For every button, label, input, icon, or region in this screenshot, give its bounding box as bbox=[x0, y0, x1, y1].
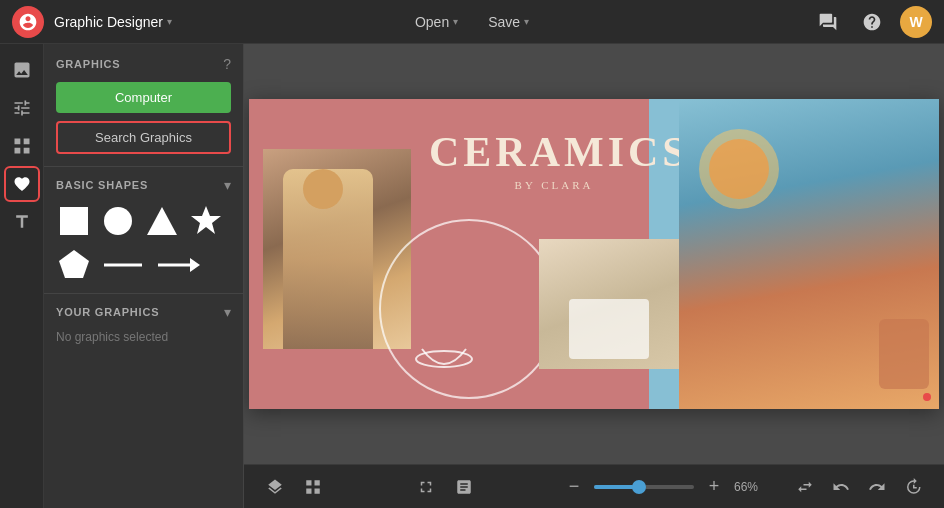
design-canvas[interactable]: CERAMICS BY CLARA bbox=[249, 99, 939, 409]
zoom-out-button[interactable]: − bbox=[562, 475, 586, 499]
undo-button[interactable] bbox=[826, 472, 856, 502]
topbar-right-actions: W bbox=[812, 6, 932, 38]
zoom-slider[interactable] bbox=[594, 485, 694, 489]
zoom-controls: − + 66% bbox=[562, 475, 766, 499]
zoom-in-button[interactable]: + bbox=[702, 475, 726, 499]
shape-star[interactable] bbox=[188, 203, 224, 239]
topbar: Graphic Designer ▾ Open ▾ Save ▾ W bbox=[0, 0, 944, 44]
canvas-circle-decoration bbox=[379, 219, 559, 399]
photo-person-right-bg bbox=[679, 99, 939, 409]
canvas-right-photo bbox=[679, 99, 939, 409]
basic-shapes-header: BASIC SHAPES ▾ bbox=[56, 177, 231, 193]
zoom-slider-fill bbox=[594, 485, 634, 489]
canvas-wrapper[interactable]: CERAMICS BY CLARA bbox=[244, 44, 944, 464]
your-graphics-header: YOUR GRAPHICS ▾ bbox=[56, 304, 231, 320]
svg-marker-2 bbox=[147, 207, 177, 235]
svg-marker-7 bbox=[190, 258, 200, 272]
shape-square[interactable] bbox=[56, 203, 92, 239]
graphics-section-header: GRAPHICS ? bbox=[56, 56, 231, 72]
svg-marker-4 bbox=[59, 250, 89, 278]
graphics-panel: GRAPHICS ? Computer Search Graphics BASI… bbox=[44, 44, 244, 508]
sidebar-item-image[interactable] bbox=[4, 52, 40, 88]
graphics-upload-section: GRAPHICS ? Computer Search Graphics bbox=[44, 44, 243, 166]
appname-chevron: ▾ bbox=[167, 16, 172, 27]
basic-shapes-title: BASIC SHAPES bbox=[56, 179, 148, 191]
shapes-row-2 bbox=[56, 247, 231, 283]
your-graphics-title: YOUR GRAPHICS bbox=[56, 306, 159, 318]
svg-point-1 bbox=[104, 207, 132, 235]
shape-circle[interactable] bbox=[100, 203, 136, 239]
shapes-row-1 bbox=[56, 203, 231, 239]
basic-shapes-collapse-icon[interactable]: ▾ bbox=[224, 177, 231, 193]
sidebar-item-filters[interactable] bbox=[4, 90, 40, 126]
sidebar-item-graphics[interactable] bbox=[4, 166, 40, 202]
no-graphics-text: No graphics selected bbox=[56, 330, 231, 344]
icon-sidebar bbox=[0, 44, 44, 508]
app-name-label[interactable]: Graphic Designer ▾ bbox=[54, 14, 172, 30]
zoom-percent-label: 66% bbox=[734, 480, 766, 494]
layers-button[interactable] bbox=[260, 472, 290, 502]
redo-button[interactable] bbox=[862, 472, 892, 502]
sidebar-item-text[interactable] bbox=[4, 204, 40, 240]
canvas-title-area: CERAMICS BY CLARA bbox=[429, 129, 679, 191]
your-graphics-collapse-icon[interactable]: ▾ bbox=[224, 304, 231, 320]
computer-upload-button[interactable]: Computer bbox=[56, 82, 231, 113]
your-graphics-section: YOUR GRAPHICS ▾ No graphics selected bbox=[44, 293, 243, 354]
present-button[interactable] bbox=[449, 472, 479, 502]
shape-line[interactable] bbox=[100, 247, 146, 283]
open-button[interactable]: Open ▾ bbox=[403, 8, 470, 36]
topbar-center-actions: Open ▾ Save ▾ bbox=[403, 8, 541, 36]
svg-marker-3 bbox=[191, 206, 221, 234]
expand-button[interactable] bbox=[411, 472, 441, 502]
canvas-heading: CERAMICS bbox=[429, 129, 679, 175]
grid-button[interactable] bbox=[298, 472, 328, 502]
graphics-help-icon[interactable]: ? bbox=[223, 56, 231, 72]
svg-rect-0 bbox=[60, 207, 88, 235]
bottom-right-actions bbox=[790, 472, 928, 502]
comments-button[interactable] bbox=[812, 6, 844, 38]
bottom-toolbar: − + 66% bbox=[244, 464, 944, 508]
sidebar-item-grid[interactable] bbox=[4, 128, 40, 164]
user-avatar[interactable]: W bbox=[900, 6, 932, 38]
canvas-middle-photo bbox=[539, 239, 694, 369]
help-button[interactable] bbox=[856, 6, 888, 38]
canvas-area: CERAMICS BY CLARA bbox=[244, 44, 944, 508]
canvas-bowl bbox=[414, 329, 474, 369]
zoom-slider-thumb[interactable] bbox=[632, 480, 646, 494]
shape-arrow[interactable] bbox=[154, 247, 200, 283]
main-area: GRAPHICS ? Computer Search Graphics BASI… bbox=[0, 44, 944, 508]
photo-ceramics-bg bbox=[539, 239, 694, 369]
swap-button[interactable] bbox=[790, 472, 820, 502]
graphics-title: GRAPHICS bbox=[56, 58, 120, 70]
history-button[interactable] bbox=[898, 472, 928, 502]
save-button[interactable]: Save ▾ bbox=[476, 8, 541, 36]
canvas-indicator-dot bbox=[923, 393, 931, 401]
canvas-subheading: BY CLARA bbox=[429, 179, 679, 191]
shapes-grid bbox=[56, 203, 231, 283]
app-logo[interactable] bbox=[12, 6, 44, 38]
open-chevron: ▾ bbox=[453, 16, 458, 27]
basic-shapes-section: BASIC SHAPES ▾ bbox=[44, 166, 243, 293]
shape-pentagon[interactable] bbox=[56, 247, 92, 283]
search-graphics-button[interactable]: Search Graphics bbox=[56, 121, 231, 154]
save-chevron: ▾ bbox=[524, 16, 529, 27]
shape-triangle[interactable] bbox=[144, 203, 180, 239]
